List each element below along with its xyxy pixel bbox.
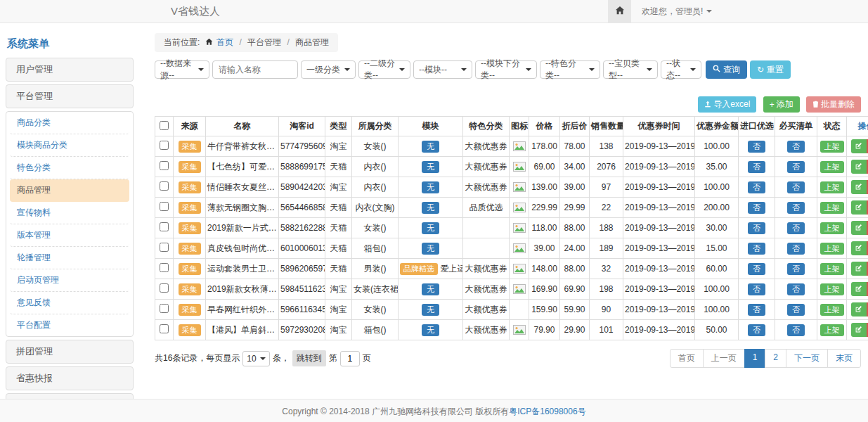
must-buy-toggle[interactable]: 否: [787, 304, 805, 316]
imported-toggle[interactable]: 否: [748, 243, 765, 255]
must-buy-toggle[interactable]: 否: [787, 181, 805, 193]
must-buy-toggle[interactable]: 否: [787, 324, 805, 336]
imported-toggle[interactable]: 否: [748, 263, 765, 275]
sidebar-subitem-版本管理[interactable]: 版本管理: [10, 224, 129, 247]
filter-select-0[interactable]: 一级分类: [301, 60, 356, 79]
coupon-amount: 100.00: [695, 300, 739, 320]
row-checkbox[interactable]: [160, 181, 169, 191]
jump-button[interactable]: 跳转到: [292, 350, 326, 366]
sidebar-item-用户管理[interactable]: 用户管理: [6, 58, 134, 82]
query-button[interactable]: 查询: [706, 60, 747, 79]
filter-select-4[interactable]: --特色分类--: [540, 60, 600, 79]
sidebar-subitem-轮播管理[interactable]: 轮播管理: [10, 247, 129, 269]
imported-toggle[interactable]: 否: [748, 304, 765, 316]
filter-select-2[interactable]: --模块--: [413, 60, 472, 79]
page-button-2[interactable]: 2: [765, 349, 786, 368]
page-button-末页[interactable]: 末页: [827, 349, 861, 368]
imported-toggle[interactable]: 否: [748, 141, 765, 153]
status-badge[interactable]: 上架: [820, 141, 844, 153]
row-checkbox[interactable]: [160, 202, 169, 211]
sidebar-subitem-特色分类[interactable]: 特色分类: [10, 157, 129, 179]
imported-toggle[interactable]: 否: [748, 161, 765, 173]
user-menu[interactable]: 欢迎您，管理员!: [631, 0, 723, 23]
status-badge[interactable]: 上架: [820, 304, 844, 316]
row-checkbox[interactable]: [160, 263, 169, 272]
sidebar-subitem-启动页管理[interactable]: 启动页管理: [10, 269, 129, 292]
filter-select-1[interactable]: --二级分类--: [358, 60, 410, 79]
status-badge[interactable]: 上架: [820, 324, 844, 336]
page-button-首页[interactable]: 首页: [670, 349, 704, 368]
price: 159.90: [529, 300, 560, 320]
must-buy-toggle[interactable]: 否: [787, 222, 805, 234]
edit-button[interactable]: [851, 160, 867, 174]
edit-button[interactable]: [851, 282, 867, 296]
row-checkbox[interactable]: [160, 161, 169, 170]
page-button-1[interactable]: 1: [744, 349, 766, 368]
row-checkbox[interactable]: [160, 243, 169, 252]
breadcrumb-home-link[interactable]: 首页: [216, 37, 233, 47]
sidebar-item-平台管理[interactable]: 平台管理: [6, 84, 134, 108]
sidebar-subitem-商品分类[interactable]: 商品分类: [10, 112, 129, 134]
import-excel-button[interactable]: 导入excel: [698, 96, 756, 113]
data-source-select[interactable]: --数据来源--: [155, 60, 209, 79]
status-badge[interactable]: 上架: [820, 243, 844, 255]
status-badge[interactable]: 上架: [820, 263, 844, 275]
jump-page-input[interactable]: [340, 351, 360, 366]
icon-cell: [510, 259, 529, 279]
edit-button[interactable]: [851, 262, 867, 276]
row-checkbox-cell: [155, 320, 174, 340]
imported-toggle[interactable]: 否: [748, 181, 765, 193]
filter-select-6[interactable]: --状态--: [661, 60, 701, 79]
sidebar-subitem-宣传物料[interactable]: 宣传物料: [10, 202, 129, 224]
batch-delete-button[interactable]: 批量删除: [806, 96, 861, 113]
sidebar-subitem-模块商品分类[interactable]: 模块商品分类: [10, 134, 129, 157]
status-badge[interactable]: 上架: [820, 283, 844, 295]
edit-icon: [855, 182, 862, 192]
must-buy-toggle[interactable]: 否: [787, 243, 805, 255]
status-badge[interactable]: 上架: [820, 161, 844, 173]
select-all-checkbox[interactable]: [160, 121, 169, 130]
edit-button[interactable]: [851, 180, 867, 194]
page-button-下一页[interactable]: 下一页: [786, 349, 828, 368]
imported-toggle[interactable]: 否: [748, 324, 765, 336]
add-button[interactable]: + 添加: [763, 96, 800, 113]
edit-button[interactable]: [851, 221, 867, 235]
row-checkbox[interactable]: [160, 222, 169, 231]
must-buy-toggle[interactable]: 否: [787, 161, 805, 173]
edit-button[interactable]: [851, 323, 867, 337]
sidebar-subitem-意见反馈[interactable]: 意见反馈: [10, 292, 129, 314]
row-checkbox[interactable]: [160, 141, 169, 150]
filter-select-3[interactable]: --模块下分类--: [475, 60, 537, 79]
row-checkbox[interactable]: [160, 283, 169, 293]
imported-toggle[interactable]: 否: [748, 222, 765, 234]
edit-button[interactable]: [851, 241, 867, 255]
sidebar-item-拼团管理[interactable]: 拼团管理: [6, 340, 134, 364]
home-button[interactable]: [608, 0, 631, 23]
edit-button[interactable]: [851, 302, 867, 316]
must-buy-toggle[interactable]: 否: [787, 141, 805, 153]
name-search-input[interactable]: [212, 60, 298, 79]
imported-toggle[interactable]: 否: [748, 283, 765, 295]
sidebar-item-消息管理[interactable]: 消息管理: [6, 393, 134, 399]
edit-button[interactable]: [851, 139, 867, 153]
must-buy-toggle[interactable]: 否: [787, 202, 805, 214]
imported-toggle[interactable]: 否: [748, 202, 765, 214]
row-checkbox-cell: [155, 177, 174, 198]
icp-link[interactable]: 粤ICP备16098006号: [509, 407, 585, 416]
sidebar-subitem-商品管理[interactable]: 商品管理: [10, 179, 129, 202]
product-name: 2019新款女秋薄款...: [206, 279, 279, 300]
status-badge[interactable]: 上架: [820, 222, 844, 234]
reset-button[interactable]: ↻ 重置: [750, 60, 791, 79]
edit-button[interactable]: [851, 200, 867, 215]
filter-select-5[interactable]: --宝贝类型--: [603, 60, 658, 79]
sidebar-subitem-平台配置[interactable]: 平台配置: [10, 314, 129, 336]
must-buy-toggle[interactable]: 否: [787, 283, 805, 295]
must-buy-toggle[interactable]: 否: [787, 263, 805, 275]
sidebar-item-省惠快报[interactable]: 省惠快报: [6, 366, 134, 390]
page-button-上一页[interactable]: 上一页: [703, 349, 745, 368]
status-badge[interactable]: 上架: [820, 202, 844, 214]
row-checkbox[interactable]: [160, 304, 169, 313]
per-page-select[interactable]: 10: [242, 351, 269, 366]
status-badge[interactable]: 上架: [820, 181, 844, 193]
row-checkbox[interactable]: [160, 324, 169, 333]
